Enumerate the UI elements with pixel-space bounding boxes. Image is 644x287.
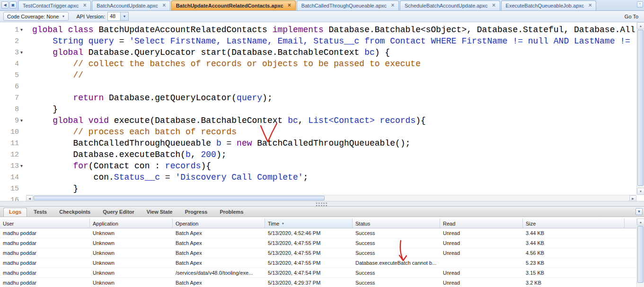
gutter-line-1[interactable]: 1▾: [0, 24, 28, 35]
fold-arrow-icon[interactable]: ▾: [20, 160, 28, 172]
tab-close-icon[interactable]: ×: [491, 3, 497, 9]
goto-button[interactable]: Go To: [622, 13, 641, 20]
column-header-status[interactable]: Status: [353, 218, 440, 228]
splitter-grip-icon: ••••••••••: [314, 202, 330, 206]
panel-tab-problems[interactable]: Problems: [214, 208, 249, 217]
cell-user: madhu poddar: [0, 268, 90, 278]
fold-arrow-icon[interactable]: ▾: [20, 115, 28, 126]
gutter-line-9[interactable]: 9▾: [0, 115, 28, 126]
log-row-2[interactable]: madhu poddarUnknownBatch Apex5/13/2020, …: [0, 238, 636, 248]
gutter-line-11[interactable]: 11: [0, 138, 28, 149]
cell-application: Unknown: [90, 258, 173, 268]
nav-back-icon[interactable]: ◀: [1, 1, 9, 9]
cell-operation: Batch Apex: [173, 258, 265, 268]
tab-close-icon[interactable]: ×: [390, 3, 396, 9]
panel-tab-progress[interactable]: Progress: [179, 208, 213, 217]
gutter-line-4[interactable]: 4: [0, 58, 28, 70]
column-header-application[interactable]: Application: [90, 218, 173, 228]
scroll-right-icon[interactable]: ▶: [629, 195, 636, 201]
tab-close-icon[interactable]: ×: [82, 3, 88, 9]
panel-tab-logs[interactable]: Logs: [3, 208, 27, 217]
editor-tab-1[interactable]: TestContactTrigger.apxc×: [18, 0, 91, 10]
hscroll-thumb[interactable]: [34, 196, 325, 200]
tab-nav-buttons: ◀ ▣: [1, 0, 18, 10]
code-editor[interactable]: 1▾23▾456789▾10111213▾141516 global class…: [0, 22, 644, 201]
gutter-line-10[interactable]: 10: [0, 126, 28, 138]
cell-read: Unread: [440, 278, 523, 287]
panel-vertical-scrollbar[interactable]: ▲: [636, 218, 644, 287]
panel-tab-tests[interactable]: Tests: [28, 208, 53, 217]
scroll-up-icon[interactable]: ▲: [637, 218, 644, 226]
tab-list-icon[interactable]: ▣: [9, 1, 17, 9]
code-line-7: return Database.getQueryLocator(query);: [32, 92, 636, 104]
gutter-line-15[interactable]: 15: [0, 183, 28, 194]
column-label: Size: [526, 221, 536, 226]
gutter-line-7[interactable]: 7: [0, 92, 28, 104]
line-number: 5: [0, 71, 20, 79]
editor-tab-label: BatchCalledThroughQueueable.apxc: [301, 3, 387, 9]
gutter-line-3[interactable]: 3▾: [0, 47, 28, 58]
code-line-5: //: [32, 70, 636, 81]
gutter-line-2[interactable]: 2: [0, 35, 28, 47]
editor-tabs: TestContactTrigger.apxc×BatchAccountUpda…: [18, 0, 597, 10]
tab-close-icon[interactable]: ×: [161, 3, 167, 9]
column-label: Status: [355, 221, 370, 226]
code-coverage-dropdown[interactable]: Code Coverage: None ▼: [3, 12, 69, 21]
editor-vertical-scrollbar[interactable]: ▲ ▼: [636, 22, 644, 195]
fold-arrow-icon[interactable]: ▾: [20, 47, 28, 58]
gutter-line-14[interactable]: 14: [0, 172, 28, 183]
editor-tab-3[interactable]: BatchUpdateAccountRelatedContacts.apxc×: [171, 0, 296, 10]
scroll-left-icon[interactable]: ◀: [26, 195, 33, 201]
column-header-operation[interactable]: Operation: [173, 218, 265, 228]
fold-arrow-icon[interactable]: ▾: [20, 24, 28, 35]
editor-tab-6[interactable]: ExecuteBatchQueueableJob.apxc×: [501, 0, 597, 10]
gutter-line-5[interactable]: 5: [0, 70, 28, 81]
gutter-line-12[interactable]: 12: [0, 149, 28, 160]
scroll-up-icon[interactable]: ▲: [637, 22, 644, 29]
column-header-read[interactable]: Read: [440, 218, 523, 228]
cell-time: 5/13/2020, 4:52:46 PM: [265, 228, 353, 238]
editor-tab-label: ExecuteBatchQueueableJob.apxc: [506, 3, 584, 9]
log-row-4[interactable]: madhu poddarUnknownBatch Apex5/13/2020, …: [0, 258, 636, 268]
column-header-size[interactable]: Size: [523, 218, 625, 228]
log-row-3[interactable]: madhu poddarUnknownBatch Apex5/13/2020, …: [0, 248, 636, 258]
combo-dropdown-icon[interactable]: ▼: [121, 12, 129, 21]
panel-vscroll-thumb[interactable]: [637, 226, 644, 283]
code-area[interactable]: global class BatchUpdateAccountRelatedCo…: [28, 22, 636, 195]
column-header-user[interactable]: User: [0, 218, 90, 228]
panel-collapse-icon[interactable]: ▼: [635, 208, 643, 215]
cell-size: 4.56 KB: [523, 248, 625, 258]
gutter-line-16[interactable]: 16: [0, 194, 28, 201]
column-header-spacer: [625, 218, 636, 228]
tab-scroll-icon[interactable]: ⌃: [637, 1, 643, 8]
editor-tab-2[interactable]: BatchAccountUpdate.apxc×: [92, 0, 170, 10]
log-row-1[interactable]: madhu poddarUnknownBatch Apex5/13/2020, …: [0, 228, 636, 238]
column-label: Operation: [176, 221, 198, 226]
gutter-line-8[interactable]: 8: [0, 104, 28, 115]
vscroll-thumb[interactable]: [637, 30, 644, 186]
code-line-15: }: [32, 183, 636, 194]
developer-console-window: ◀ ▣ TestContactTrigger.apxc×BatchAccount…: [0, 0, 644, 287]
scroll-down-icon[interactable]: ▼: [637, 188, 644, 195]
column-header-time[interactable]: Time▼: [265, 218, 353, 228]
editor-horizontal-scrollbar[interactable]: ◀ ▶: [26, 195, 636, 201]
panel-tab-view-state[interactable]: View State: [141, 208, 178, 217]
line-number: 13: [0, 162, 20, 170]
editor-tab-4[interactable]: BatchCalledThroughQueueable.apxc×: [297, 0, 399, 10]
panel-splitter[interactable]: ••••••••••: [0, 201, 644, 207]
log-row-6[interactable]: madhu poddarUnknownBatch Apex5/13/2020, …: [0, 278, 636, 287]
cell-status: Success: [353, 228, 440, 238]
editor-tab-5[interactable]: ScheduleBatchAccountUpdate.apxc×: [400, 0, 500, 10]
gutter-line-6[interactable]: 6: [0, 81, 28, 92]
code-line-10: // process each batch of records: [32, 126, 636, 138]
cell-operation: Batch Apex: [173, 248, 265, 258]
tab-close-icon[interactable]: ×: [587, 3, 593, 9]
panel-tab-checkpoints[interactable]: Checkpoints: [53, 208, 96, 217]
cell-size: 3.2 KB: [523, 278, 625, 287]
cell-operation: Batch Apex: [173, 238, 265, 248]
tab-close-icon[interactable]: ×: [287, 3, 292, 9]
gutter-line-13[interactable]: 13▾: [0, 160, 28, 172]
log-row-5[interactable]: madhu poddarUnknown/services/data/v48.0/…: [0, 268, 636, 278]
api-version-combo[interactable]: 48 ▼: [107, 12, 129, 21]
panel-tab-query-editor[interactable]: Query Editor: [97, 208, 140, 217]
